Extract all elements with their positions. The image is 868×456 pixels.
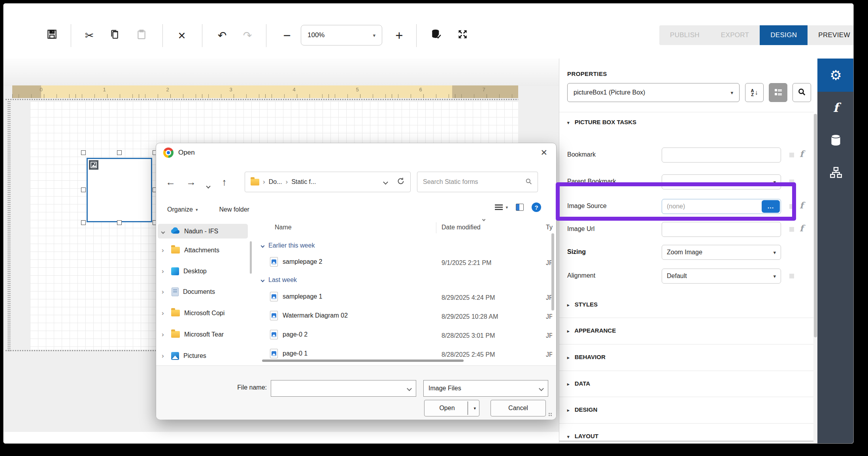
properties-rail-button[interactable]: ⚙ [817, 59, 854, 92]
group-header-earlier-this-week[interactable]: Earlier this week [261, 242, 315, 249]
sidebar-item-microsoft-teams[interactable]: › Microsoft Tear [158, 327, 248, 342]
cut-button[interactable]: ✂ [80, 26, 98, 45]
recent-locations-chevron[interactable] [207, 179, 210, 190]
chevron-down-icon[interactable] [158, 227, 168, 235]
help-button[interactable]: ? [532, 202, 541, 212]
cancel-button[interactable]: Cancel [491, 400, 546, 416]
chevron-right-icon[interactable]: › [158, 331, 168, 339]
close-icon[interactable]: ✕ [540, 148, 547, 157]
new-folder-button[interactable]: New folder [219, 206, 249, 213]
organize-button[interactable]: Organize ▾ [167, 206, 198, 213]
sidebar-item-pictures[interactable]: › Pictures [158, 348, 248, 363]
search-input[interactable] [423, 178, 525, 185]
refresh-icon[interactable] [397, 177, 405, 187]
up-button[interactable]: ↑ [222, 176, 227, 188]
open-split-chevron[interactable]: ▾ [474, 406, 476, 411]
file-list-scrollbar[interactable] [551, 233, 554, 310]
file-name-input[interactable] [276, 385, 408, 392]
section-layout[interactable]: ▾ LAYOUT [567, 433, 598, 439]
section-design[interactable]: ▸ DESIGN [567, 406, 597, 413]
zoom-level-combobox[interactable]: 100% ▾ [301, 25, 382, 45]
datasource-rail-button[interactable] [817, 129, 854, 153]
category-view-button[interactable] [769, 83, 787, 102]
column-header-type[interactable]: Ty [546, 224, 553, 231]
parent-bookmark-dropdown[interactable]: ▾ [662, 174, 781, 189]
list-view-button[interactable]: ▾ [495, 204, 508, 210]
chevron-right-icon[interactable]: › [158, 309, 168, 317]
file-row[interactable]: samplepage 2 [270, 257, 323, 267]
resize-handle-top-center[interactable] [117, 150, 122, 155]
resize-handle-top-left[interactable] [81, 150, 86, 155]
resize-grip[interactable] [548, 412, 552, 416]
save-button[interactable] [43, 26, 61, 45]
file-row[interactable]: samplepage 1 [270, 292, 323, 301]
sidebar-item-attachments[interactable]: › Attachments [158, 243, 248, 257]
address-dropdown-chevron[interactable] [383, 180, 388, 185]
chevron-right-icon[interactable]: › [158, 246, 168, 254]
tab-design[interactable]: DESIGN [760, 25, 808, 45]
tab-export[interactable]: EXPORT [710, 25, 760, 45]
column-header-date[interactable]: Date modified [442, 224, 481, 231]
paste-button[interactable] [132, 26, 151, 45]
copy-button[interactable] [106, 26, 124, 45]
breadcrumb-crumb[interactable]: Do... [269, 178, 282, 185]
section-styles[interactable]: ▸ STYLES [567, 301, 598, 308]
section-behavior[interactable]: ▸ BEHAVIOR [567, 354, 606, 360]
fullscreen-button[interactable] [453, 26, 472, 45]
file-list-hscrollbar[interactable] [262, 360, 464, 362]
group-header-last-week[interactable]: Last week [261, 276, 297, 284]
chevron-right-icon[interactable]: › [158, 352, 168, 360]
redo-button[interactable]: ↷ [238, 26, 257, 45]
breadcrumb-crumb[interactable]: Static f... [291, 178, 316, 185]
file-row[interactable]: page-0 1 [270, 349, 308, 358]
sidebar-item-desktop[interactable]: › Desktop [158, 264, 248, 278]
undo-button[interactable]: ↶ [213, 26, 231, 45]
control-selector-combobox[interactable]: pictureBox1 (Picture Box) ▾ [567, 83, 740, 102]
tab-preview[interactable]: PREVIEW [808, 25, 854, 45]
file-row[interactable]: Watermark Diagram 02 [270, 311, 348, 320]
sidebar-item-onedrive[interactable]: Nadun - IFS [158, 224, 248, 238]
function-icon[interactable]: f [800, 149, 809, 159]
zoom-in-button[interactable]: + [390, 26, 408, 45]
image-source-input[interactable]: (none) ... [662, 199, 781, 214]
bookmark-input[interactable] [662, 148, 781, 163]
tab-publish[interactable]: PUBLISH [659, 25, 710, 45]
column-divider[interactable] [436, 222, 436, 233]
address-bar[interactable]: › Do... › Static f... [245, 172, 411, 192]
image-source-checkbox[interactable] [789, 204, 794, 209]
resize-handle-mid-left[interactable] [81, 187, 86, 192]
alignment-checkbox[interactable] [789, 274, 794, 278]
image-url-input[interactable] [662, 222, 781, 237]
sizing-dropdown[interactable]: Zoom Image ▾ [662, 245, 781, 260]
properties-scrollbar[interactable] [813, 114, 817, 444]
alignment-dropdown[interactable]: Default ▾ [662, 269, 781, 284]
chevron-right-icon[interactable]: › [158, 288, 168, 296]
file-row[interactable]: page-0 2 [270, 330, 308, 339]
open-button[interactable]: Open ▾ [424, 400, 479, 416]
section-data[interactable]: ▸ DATA [567, 380, 590, 387]
scrollbar-thumb[interactable] [814, 114, 817, 337]
column-header-name[interactable]: Name [275, 224, 292, 231]
search-properties-button[interactable] [793, 83, 811, 102]
function-icon[interactable]: f [800, 223, 809, 233]
function-icon[interactable]: f [800, 200, 809, 210]
image-url-checkbox[interactable] [789, 227, 794, 232]
validate-datasource-button[interactable] [427, 26, 445, 45]
sidebar-item-documents[interactable]: › Documents [158, 284, 248, 299]
section-appearance[interactable]: ▸ APPEARANCE [567, 327, 616, 334]
resize-handle-bottom-left[interactable] [81, 220, 86, 225]
tasks-section-header[interactable]: ▾ PICTURE BOX TASKS [567, 119, 636, 125]
delete-button[interactable]: ✕ [173, 26, 191, 45]
image-source-browse-button[interactable]: ... [762, 200, 780, 213]
picturebox-control[interactable] [87, 158, 152, 222]
sidebar-scrollbar[interactable] [250, 241, 252, 274]
report-structure-rail-button[interactable] [817, 161, 854, 185]
sort-alphabetical-button[interactable]: AZ↓ [745, 83, 764, 102]
preview-pane-icon[interactable] [516, 204, 524, 211]
back-button[interactable]: ← [166, 176, 175, 188]
chevron-right-icon[interactable]: › [158, 267, 168, 275]
resize-handle-bottom-center[interactable] [117, 220, 122, 225]
file-type-combobox[interactable]: Image Files [423, 380, 548, 397]
dialog-titlebar[interactable]: Open [156, 143, 556, 162]
forward-button[interactable]: → [186, 176, 196, 188]
